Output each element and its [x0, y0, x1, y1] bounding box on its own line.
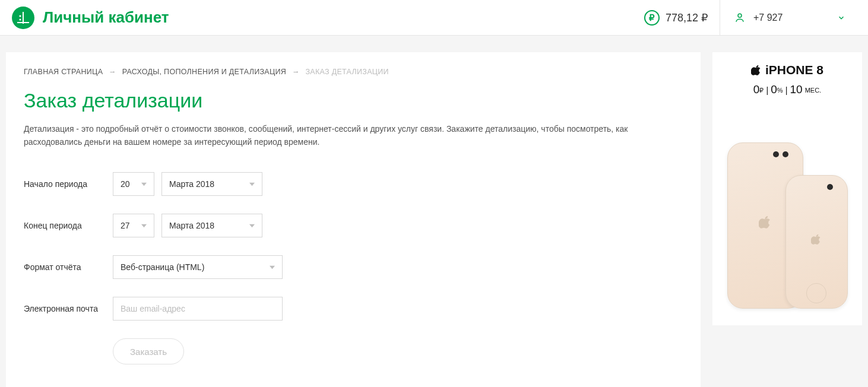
start-month-value: Марта 2018 [169, 179, 214, 189]
label-email: Электронная почта [24, 304, 113, 313]
start-month-select[interactable]: Марта 2018 [161, 172, 262, 196]
brand-logo-icon [12, 7, 34, 29]
breadcrumb-current: ЗАКАЗ ДЕТАЛИЗАЦИИ [305, 68, 388, 76]
caret-down-icon [243, 182, 255, 187]
svg-point-4 [738, 14, 742, 17]
promo-title: iPHONE 8 [765, 63, 823, 77]
camera-icon [827, 184, 833, 190]
account-dropdown[interactable]: +7 927 [720, 0, 856, 36]
label-end-period: Конец периода [24, 221, 113, 230]
person-icon [734, 12, 745, 23]
end-day-select[interactable]: 27 [113, 214, 154, 237]
breadcrumb-section[interactable]: РАСХОДЫ, ПОПОЛНЕНИЯ И ДЕТАЛИЗАЦИЯ [122, 68, 286, 76]
end-day-value: 27 [121, 221, 130, 230]
account-phone: +7 927 [753, 12, 783, 23]
report-format-value: Веб-страница (HTML) [121, 262, 204, 272]
row-report-format: Формат отчёта Веб-страница (HTML) [24, 255, 683, 279]
promo-title-row: iPHONE 8 [718, 63, 856, 77]
svg-point-1 [19, 15, 21, 17]
phone-mockup-small [785, 175, 848, 309]
end-month-value: Марта 2018 [169, 221, 214, 230]
arrow-right-icon: → [109, 68, 116, 76]
ruble-icon: ₽ [644, 10, 660, 26]
breadcrumb: ГЛАВНАЯ СТРАНИЦА → РАСХОДЫ, ПОПОЛНЕНИЯ И… [24, 68, 683, 76]
home-button-icon [806, 283, 826, 303]
arrow-right-icon: → [292, 68, 300, 76]
balance-value: 778,12 ₽ [666, 11, 708, 24]
order-button[interactable]: Заказать [113, 338, 184, 364]
caret-down-icon [243, 223, 255, 229]
page-description: Детализация - это подробный отчёт о стои… [24, 123, 641, 148]
header: Личный кабинет ₽ 778,12 ₽ +7 927 [0, 0, 868, 36]
apple-logo-icon [811, 234, 822, 245]
end-month-select[interactable]: Марта 2018 [161, 214, 262, 237]
label-report-format: Формат отчёта [24, 262, 113, 272]
svg-marker-7 [141, 224, 147, 227]
balance[interactable]: ₽ 778,12 ₽ [644, 10, 720, 26]
start-day-select[interactable]: 20 [113, 172, 154, 196]
promo-card[interactable]: iPHONE 8 0₽ | 0% | 10 МЕС. [712, 52, 862, 325]
svg-marker-5 [141, 183, 147, 186]
row-end-period: Конец периода 27 Марта 2018 [24, 214, 683, 237]
caret-down-icon [135, 223, 147, 229]
page-title: Заказ детализации [24, 89, 683, 112]
svg-marker-8 [249, 224, 255, 227]
start-day-value: 20 [121, 179, 130, 189]
main-card: ГЛАВНАЯ СТРАНИЦА → РАСХОДЫ, ПОПОЛНЕНИЯ И… [6, 52, 701, 387]
breadcrumb-home[interactable]: ГЛАВНАЯ СТРАНИЦА [24, 68, 103, 76]
caret-down-icon [264, 265, 275, 270]
page-body: ГЛАВНАЯ СТРАНИЦА → РАСХОДЫ, ПОПОЛНЕНИЯ И… [0, 36, 868, 387]
svg-marker-9 [270, 266, 275, 269]
chevron-down-icon [837, 14, 845, 22]
camera-icon [783, 151, 788, 157]
site-title[interactable]: Личный кабинет [43, 8, 169, 27]
svg-rect-3 [17, 22, 29, 23]
apple-logo-icon [751, 65, 762, 75]
promo-terms: 0₽ | 0% | 10 МЕС. [718, 83, 856, 96]
row-start-period: Начало периода 20 Марта 2018 [24, 172, 683, 196]
report-format-select[interactable]: Веб-страница (HTML) [113, 255, 283, 279]
row-email: Электронная почта [24, 297, 683, 321]
apple-logo-icon [759, 215, 772, 229]
email-input[interactable] [113, 297, 283, 321]
promo-image [718, 107, 856, 309]
svg-point-2 [19, 18, 21, 20]
svg-marker-6 [249, 183, 255, 186]
label-start-period: Начало периода [24, 179, 113, 189]
caret-down-icon [135, 182, 147, 187]
